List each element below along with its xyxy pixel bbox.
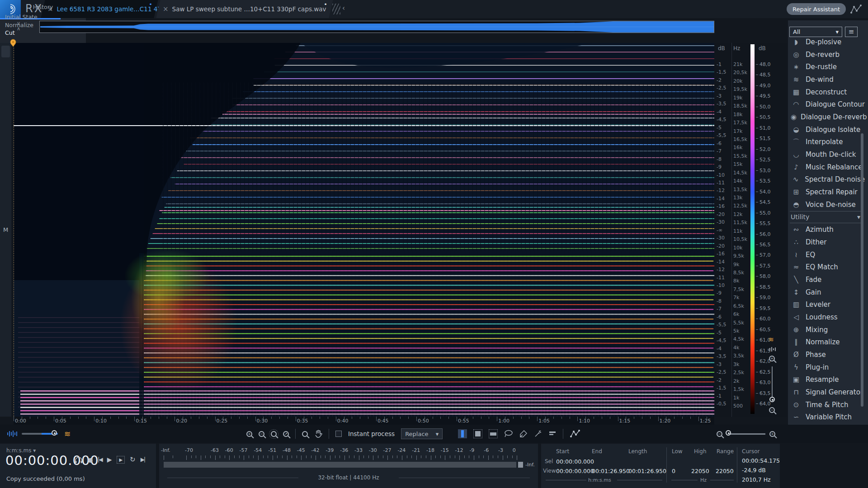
tab-file-2[interactable]: ×Saw LP sweep subtune …10+C11 330pF caps… xyxy=(158,0,331,18)
hz-label: 6k xyxy=(733,311,739,317)
playhead-marker[interactable] xyxy=(9,39,17,49)
hz-label: 12,5k xyxy=(733,203,747,209)
adjust-selection-icon[interactable] xyxy=(548,430,557,437)
sel-row-label: Sel xyxy=(545,458,553,465)
module-item-de-wind[interactable]: ≋De-wind xyxy=(788,73,865,86)
module-item-time-pitch[interactable]: ⊙Time & Pitch xyxy=(788,399,865,411)
module-item-leveler[interactable]: ▥Leveler xyxy=(788,298,865,311)
zoom-out-icon[interactable]: − xyxy=(259,431,264,437)
instant-process-checkbox[interactable] xyxy=(335,431,342,437)
module-item-dialogue-de-reverb[interactable]: ◉Dialogue De-reverb xyxy=(788,111,865,123)
module-item-resample[interactable]: ▣Resample xyxy=(788,374,865,386)
signal-flow-icon[interactable] xyxy=(570,429,580,439)
module-item-music-rebalance[interactable]: ♪Music Rebalance xyxy=(788,161,865,174)
module-list-scrollbar[interactable] xyxy=(861,133,863,407)
lasso-tool-icon[interactable] xyxy=(504,430,513,438)
module-item-voice-de-noise[interactable]: ◓Voice De-noise xyxy=(788,198,865,211)
wave-spectro-blend-slider[interactable] xyxy=(22,433,58,435)
play-selection-button[interactable]: ▶ xyxy=(117,456,125,464)
history-item-cut[interactable]: Cut xyxy=(5,29,15,36)
module-item-mouth-de-click[interactable]: ◡Mouth De-click xyxy=(788,148,865,161)
module-item-dialogue-isolate[interactable]: ◒Dialogue Isolate xyxy=(788,123,865,136)
hz-label: 14k xyxy=(733,178,742,184)
hz-label: 10k xyxy=(733,245,742,251)
waveform-overview[interactable] xyxy=(39,21,714,33)
tab-scroll-left-icon[interactable]: ‹ xyxy=(342,4,345,12)
channel-tab[interactable] xyxy=(1,46,10,57)
spectrogram-canvas[interactable] xyxy=(14,43,714,417)
vertical-zoom-slider[interactable] xyxy=(772,366,773,398)
history-item-initial-state[interactable]: Initial State xyxy=(5,14,38,20)
time-selection-tool[interactable] xyxy=(458,429,467,438)
magnify-tool-icon[interactable] xyxy=(302,431,308,437)
module-item-signal-generator[interactable]: ⊓Signal Generator xyxy=(788,386,865,399)
module-item-plug-in[interactable]: ϟPlug-in xyxy=(788,361,865,374)
time-frequency-selection-tool[interactable] xyxy=(473,429,482,438)
monitor-headphones-icon[interactable] xyxy=(75,456,83,464)
module-item-dither[interactable]: ∴Dither xyxy=(788,236,865,249)
horizontal-zoom-in-icon[interactable]: + xyxy=(769,431,775,437)
color-db-label: 50,0 xyxy=(760,104,771,110)
low-value: 0 xyxy=(672,468,675,474)
wf-db-label: -30 xyxy=(717,235,725,241)
magic-wand-tool-icon[interactable] xyxy=(534,430,542,438)
module-label: Dialogue Isolate xyxy=(806,126,860,134)
hz-label: 16,5k xyxy=(733,136,747,142)
go-to-start-button[interactable]: |◀ xyxy=(98,456,102,463)
wf-db-label: -3,5 xyxy=(717,353,726,359)
module-item-interpolate[interactable]: ⌒Interpolate xyxy=(788,136,865,149)
module-item-phase[interactable]: ØPhase xyxy=(788,348,865,361)
module-item-eq[interactable]: ≀EQ xyxy=(788,249,865,261)
module-item-azimuth[interactable]: ∾Azimuth xyxy=(788,223,865,236)
time-pitch-icon: ⊙ xyxy=(791,401,802,409)
vertical-zoom-in-icon[interactable]: + xyxy=(769,356,775,361)
zoom-in-icon[interactable]: + xyxy=(246,431,252,437)
module-item-dialogue-contour[interactable]: ◠Dialogue Contour xyxy=(788,98,865,111)
module-item-deconstruct[interactable]: ▦Deconstruct xyxy=(788,86,865,99)
module-item-gain[interactable]: ↕Gain xyxy=(788,286,865,299)
waveform-view-icon[interactable] xyxy=(769,347,776,352)
section-header-utility[interactable]: Utility▾ xyxy=(790,211,863,224)
horizontal-zoom-out-icon[interactable]: − xyxy=(717,431,722,437)
status-message: Copy succeeded (0,00 ms) xyxy=(6,475,85,482)
wf-db-label: -9 xyxy=(717,164,722,170)
module-label: Signal Generator xyxy=(806,388,863,396)
module-item-variable-pitch[interactable]: ∽Variable Pitch xyxy=(788,411,865,424)
module-item-mixing[interactable]: ⊕Mixing xyxy=(788,324,865,336)
horizontal-zoom-knob[interactable] xyxy=(726,430,731,436)
vertical-zoom-out-icon[interactable]: − xyxy=(769,407,775,413)
meter-scale-label: -57 xyxy=(240,447,248,453)
signal-chain-icon[interactable] xyxy=(850,4,863,15)
color-db-label: 58,5 xyxy=(760,284,771,290)
zoom-reset-icon[interactable]: ↗ xyxy=(283,431,289,437)
record-button[interactable]: ● xyxy=(88,456,93,463)
hz-label: 9k xyxy=(733,262,739,267)
time-ruler[interactable]: 0:000:050:100:150:200:250:300:350:400:45… xyxy=(14,417,714,425)
tab-overflow-icon[interactable] xyxy=(332,4,340,14)
frequency-selection-tool[interactable] xyxy=(489,429,498,438)
spectrogram-view-icon[interactable]: ≋ xyxy=(769,336,774,343)
module-item-de-reverb[interactable]: ◎De-reverb xyxy=(788,48,865,61)
module-item-spectral-de-noise[interactable]: ∿Spectral De-noise xyxy=(788,174,865,186)
history-item-normalize[interactable]: Normalize xyxy=(5,22,33,28)
module-item-loudness[interactable]: ◁Loudness xyxy=(788,311,865,324)
go-to-end-button[interactable]: ▶| xyxy=(141,456,145,463)
loop-button[interactable]: ↻ xyxy=(130,455,136,464)
blend-slider-knob[interactable] xyxy=(52,430,57,436)
hz-label: 6,5k xyxy=(733,303,744,309)
module-item-normalize[interactable]: ∥Normalize xyxy=(788,336,865,349)
process-mode-dropdown[interactable]: Replace ▾ xyxy=(401,428,443,439)
module-item-fade[interactable]: ╲Fade xyxy=(788,273,865,286)
play-button[interactable]: ▶ xyxy=(107,456,112,463)
hand-tool-icon[interactable] xyxy=(314,429,322,438)
vertical-zoom-knob[interactable] xyxy=(769,397,775,402)
horizontal-zoom-slider[interactable] xyxy=(726,433,765,435)
module-item-de-plosive[interactable]: ◗De-plosive xyxy=(788,36,865,48)
module-item-eq-match[interactable]: ≈EQ Match xyxy=(788,261,865,273)
brush-tool-icon[interactable] xyxy=(519,430,528,438)
module-item-spectral-repair[interactable]: ⊞Spectral Repair xyxy=(788,186,865,198)
tab-close-icon[interactable]: × xyxy=(163,5,169,13)
module-item-de-rustle[interactable]: ∗De-rustle xyxy=(788,61,865,73)
repair-assistant-button[interactable]: Repair Assistant xyxy=(787,3,846,15)
zoom-selection-icon[interactable] xyxy=(271,431,277,437)
